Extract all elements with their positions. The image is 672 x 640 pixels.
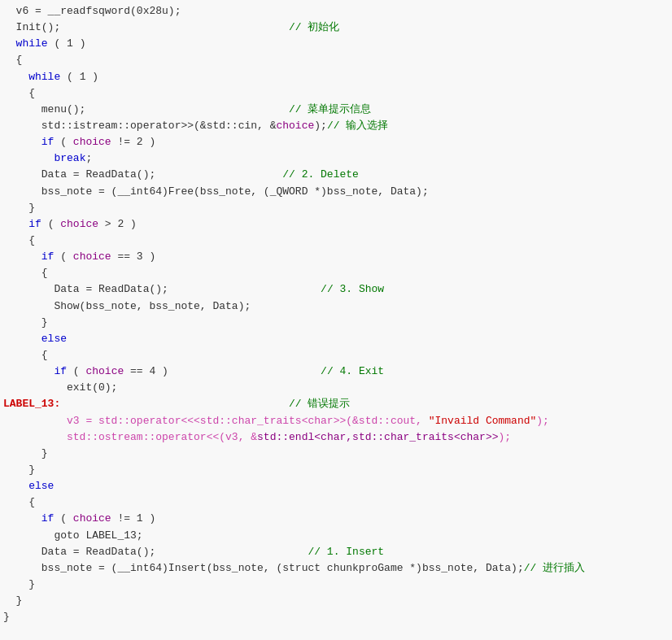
code-line: goto LABEL_13; [0, 528, 672, 544]
code-token: ); [536, 413, 549, 429]
code-token: { [3, 85, 35, 102]
code-token [3, 331, 41, 347]
code-token: v6 = __readfsqword(0x28u); [3, 3, 181, 20]
code-token: menu(); [3, 102, 85, 118]
code-line: exit(0); [0, 380, 672, 396]
code-token: // 进行插入 [524, 560, 585, 577]
code-line: v3 = std::operator<<<std::char_traits<ch… [0, 413, 672, 429]
code-token: break [54, 150, 85, 167]
code-line: while ( 1 ) [0, 69, 672, 85]
code-token: ( [67, 364, 85, 380]
code-line: { [0, 52, 672, 68]
code-token: exit(0); [3, 380, 117, 396]
code-token: ( 1 ) [48, 36, 86, 52]
code-token: std::ostream::operator<<(v3, & [3, 429, 257, 446]
code-token [3, 150, 54, 167]
code-line: } [0, 200, 672, 216]
code-line: { [0, 265, 672, 281]
code-token: std::istream::operator>>(&std::cin, & [3, 118, 276, 134]
code-token: if [41, 249, 55, 265]
code-token: while [16, 36, 48, 52]
code-line: bss_note = (__int64)Free(bss_note, (_QWO… [0, 184, 672, 200]
code-line: if ( choice == 4 ) // 4. Exit [0, 364, 672, 380]
code-token: bss_note = (__int64)Insert(bss_note, (st… [3, 560, 524, 577]
code-token: ; [85, 150, 92, 167]
code-token: == 4 ) [124, 364, 168, 380]
code-token: ); [314, 118, 327, 134]
code-token [3, 249, 41, 265]
code-token: Data = ReadData(); [3, 167, 155, 183]
code-token: // 1. Insert [155, 544, 384, 560]
code-token: { [3, 265, 48, 281]
code-token [3, 511, 41, 527]
code-line: } [0, 609, 672, 625]
code-token: // 初始化 [60, 20, 339, 36]
code-token: if [41, 134, 55, 150]
code-line: break; [0, 150, 672, 167]
code-token: != 2 ) [111, 134, 156, 150]
code-token: ( 1 ) [60, 69, 98, 85]
code-line: { [0, 494, 672, 511]
code-token: // 3. Show [168, 281, 384, 298]
code-token: std::endl<char,std::char_traits<char>> [257, 429, 498, 446]
code-token: } [3, 609, 10, 625]
code-token: // 菜单提示信息 [85, 102, 371, 118]
code-line: } [0, 315, 672, 331]
code-token: } [3, 446, 48, 462]
code-line: Data = ReadData(); // 1. Insert [0, 544, 672, 560]
code-token: "Invaild Command" [429, 413, 537, 429]
code-viewer: v6 = __readfsqword(0x28u); Init(); // 初始… [0, 0, 672, 640]
code-token: } [3, 315, 48, 331]
code-token [3, 134, 41, 150]
code-token: // 2. Delete [155, 167, 359, 183]
code-line: std::ostream::operator<<(v3, &std::endl<… [0, 429, 672, 446]
code-token: else [28, 478, 54, 494]
code-line: std::istream::operator>>(&std::cin, &cho… [0, 118, 672, 134]
code-token: Init(); [3, 20, 60, 36]
code-token: if [28, 216, 41, 233]
code-token: choice [60, 216, 98, 233]
code-token [3, 216, 28, 233]
code-line: Show(bss_note, bss_note, Data); [0, 298, 672, 315]
code-line: if ( choice != 1 ) [0, 511, 672, 527]
code-token: choice [73, 134, 111, 150]
code-token: ( [54, 249, 72, 265]
code-token: } [3, 577, 35, 593]
code-token: > 2 ) [98, 216, 137, 233]
code-line: else [0, 331, 672, 347]
code-token: else [41, 331, 67, 347]
code-token: // 4. Exit [168, 364, 384, 380]
code-line: else [0, 478, 672, 494]
code-token: } [3, 200, 35, 216]
code-token: Data = ReadData(); [3, 281, 168, 298]
code-token: == 3 ) [111, 249, 156, 265]
code-token: { [3, 52, 22, 68]
code-token [3, 478, 28, 494]
code-token [3, 36, 16, 52]
code-line: LABEL_13: // 错误提示 [0, 396, 672, 412]
code-line: } [0, 593, 672, 609]
code-line: if ( choice > 2 ) [0, 216, 672, 233]
code-token: != 1 ) [111, 511, 156, 527]
code-line: bss_note = (__int64)Insert(bss_note, (st… [0, 560, 672, 577]
code-token [3, 69, 28, 85]
code-token: LABEL_13: [3, 396, 60, 412]
code-line: while ( 1 ) [0, 36, 672, 52]
code-token: bss_note = (__int64)Free(bss_note, (_QWO… [3, 184, 429, 200]
code-token: goto LABEL_13; [3, 528, 143, 544]
code-line: { [0, 85, 672, 102]
code-token: if [54, 364, 67, 380]
code-token: Show(bss_note, bss_note, Data); [3, 298, 251, 315]
code-token: } [3, 462, 35, 478]
code-token: { [3, 233, 35, 249]
code-line: v6 = __readfsqword(0x28u); [0, 3, 672, 20]
code-token: ( [54, 134, 72, 150]
code-token: choice [85, 364, 124, 380]
code-token [3, 364, 54, 380]
code-line: Data = ReadData(); // 2. Delete [0, 167, 672, 183]
code-token: // 输入选择 [327, 118, 388, 134]
code-token: Data = ReadData(); [3, 544, 155, 560]
code-token: ( [41, 216, 60, 233]
code-line: { [0, 233, 672, 249]
code-line: } [0, 462, 672, 478]
